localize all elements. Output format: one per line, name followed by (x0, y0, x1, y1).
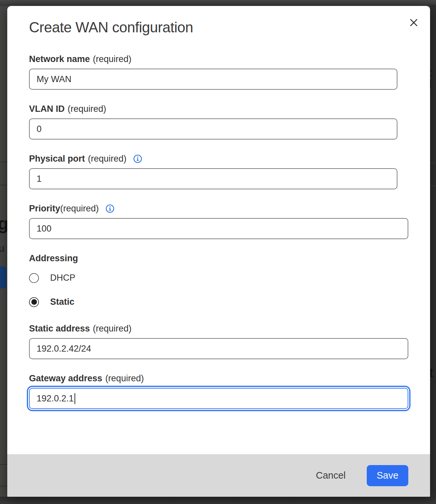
field-label-text: VLAN ID (29, 104, 65, 114)
network-name-input[interactable]: My WAN (29, 69, 397, 90)
cancel-button[interactable]: Cancel (311, 467, 350, 484)
addressing-option-static[interactable]: Static (29, 297, 408, 307)
radio-button-icon (29, 273, 39, 283)
physical-port-input[interactable]: 1 (29, 168, 397, 189)
background-table-line (0, 162, 7, 162)
background-bottom-bar (0, 497, 436, 504)
field-label-text: Physical port (29, 154, 85, 164)
network-name-label: Network name (required) (29, 54, 408, 64)
info-icon[interactable] (133, 154, 142, 163)
priority-label: Priority (required) (29, 204, 408, 214)
close-icon (409, 18, 418, 27)
background-top-bar (0, 0, 436, 6)
required-hint: (required) (60, 204, 99, 214)
background-table-line (0, 464, 7, 465)
info-icon[interactable] (106, 204, 114, 213)
field-label-text: Priority (29, 204, 60, 214)
vlan-id-input[interactable]: 0 (29, 118, 397, 140)
gateway-address-label: Gateway address (required) (29, 373, 408, 384)
dialog-footer: Cancel Save (7, 454, 430, 497)
input-value: My WAN (37, 74, 71, 84)
static-address-field-group: Static address (required) 192.0.2.42/24 (29, 324, 408, 359)
physical-port-field-group: Physical port (required) 1 (29, 154, 408, 189)
gateway-address-input[interactable]: 192.0.2.1 (29, 388, 408, 409)
close-button[interactable] (406, 15, 421, 30)
required-hint: (required) (93, 54, 132, 64)
background-table-line (0, 185, 7, 185)
vlan-id-field-group: VLAN ID (required) 0 (29, 104, 408, 140)
radio-label: Static (50, 297, 75, 307)
required-hint: (required) (68, 104, 106, 114)
screen: g u : l t Create WAN configuration Netwo… (0, 0, 436, 504)
gateway-address-field-group: Gateway address (required) 192.0.2.1 (29, 373, 408, 409)
background-table-line (0, 486, 7, 487)
required-hint: (required) (93, 324, 132, 334)
background-text-fragment: : l (429, 67, 436, 90)
priority-field-group: Priority (required) 100 (29, 204, 408, 239)
create-wan-configuration-dialog: Create WAN configuration Network name (r… (7, 6, 430, 497)
input-value: 192.0.2.1 (37, 394, 74, 404)
addressing-option-dhcp[interactable]: DHCP (29, 273, 408, 283)
background-table-line (430, 185, 436, 186)
input-value: 0 (37, 124, 42, 134)
static-address-label: Static address (required) (29, 324, 408, 334)
network-name-field-group: Network name (required) My WAN (29, 54, 408, 90)
vlan-id-label: VLAN ID (required) (29, 104, 408, 114)
input-value: 1 (37, 174, 42, 184)
field-label-text: Gateway address (29, 373, 102, 384)
background-text-fragment: u (0, 243, 4, 253)
required-hint: (required) (105, 373, 144, 384)
radio-label: DHCP (50, 273, 76, 283)
static-address-input[interactable]: 192.0.2.42/24 (29, 338, 408, 359)
physical-port-label: Physical port (required) (29, 154, 408, 164)
field-label-text: Network name (29, 54, 90, 64)
background-blue-button-fragment (0, 267, 6, 288)
addressing-section: Addressing DHCP Static (29, 253, 408, 307)
input-value: 100 (37, 224, 51, 234)
addressing-heading: Addressing (29, 253, 408, 264)
dialog-title: Create WAN configuration (29, 19, 408, 36)
text-cursor (75, 393, 76, 404)
save-button[interactable]: Save (367, 465, 408, 486)
priority-input[interactable]: 100 (29, 218, 408, 239)
field-label-text: Static address (29, 324, 90, 334)
background-table-line (430, 163, 436, 163)
radio-button-icon (29, 297, 39, 307)
required-hint: (required) (88, 154, 127, 164)
input-value: 192.0.2.42/24 (37, 344, 91, 354)
dialog-content: Create WAN configuration Network name (r… (7, 6, 430, 454)
